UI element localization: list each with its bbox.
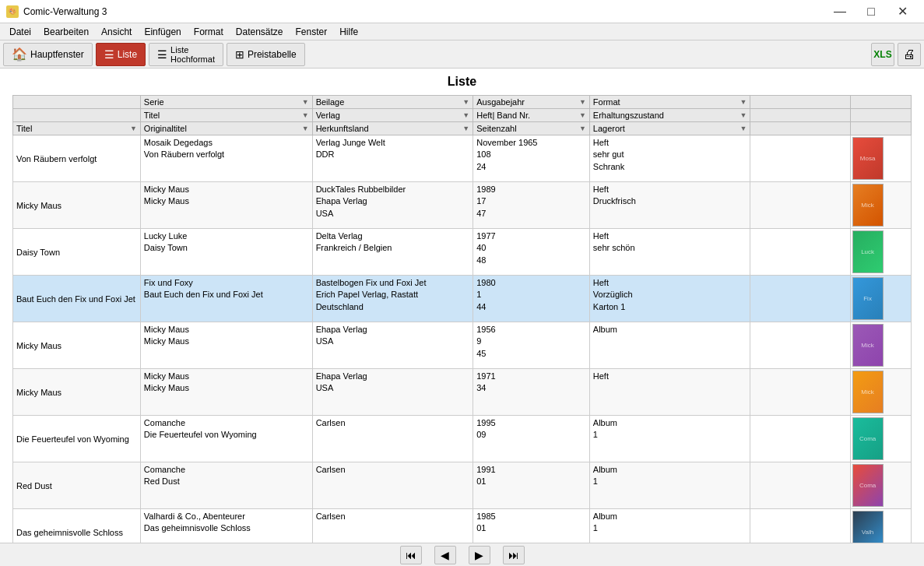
menu-ansicht[interactable]: Ansicht	[95, 25, 138, 39]
cell-verlag: Verlag Junge WeltDDR	[312, 135, 473, 182]
book-thumbnail: Mick	[852, 371, 884, 413]
toolbar-hauptfenster[interactable]: 🏠 Hauptfenster	[3, 43, 93, 66]
book-thumbnail: Coma	[852, 464, 884, 507]
window-controls: — □ ✕	[824, 0, 918, 23]
cell-empty1	[750, 462, 850, 509]
filter-serie[interactable]: Serie ▼	[144, 97, 309, 107]
filter-titel2[interactable]: Titel ▼	[144, 111, 309, 120]
cell-titel: Red Dust	[13, 462, 141, 509]
cell-empty1	[750, 322, 850, 369]
titlebar: 🎨 Comic-Verwaltung 3 — □ ✕	[0, 0, 924, 23]
cell-empty1	[750, 416, 850, 462]
cell-titel: Das geheimnisvolle Schloss	[13, 509, 141, 543]
cell-empty1	[750, 135, 850, 182]
filter-erhaltung[interactable]: Erhaltungszustand ▼	[593, 111, 747, 120]
cell-titel: Daisy Town	[13, 229, 141, 276]
cell-titel: Micky Maus	[13, 322, 141, 369]
menubar: Datei Bearbeiten Ansicht Einfügen Format…	[0, 23, 924, 40]
filter-verlag[interactable]: Verlag ▼	[316, 111, 470, 120]
filter-beilage[interactable]: Beilage ▼	[316, 97, 470, 107]
cell-thumbnail: Mosa	[850, 135, 911, 182]
menu-fenster[interactable]: Fenster	[290, 25, 334, 39]
table-row[interactable]: Micky MausMicky MausMicky MausEhapa Verl…	[13, 322, 912, 369]
cell-ausgabe: November 196510824	[473, 135, 590, 182]
table-row[interactable]: Daisy TownLucky LukeDaisy TownDelta Verl…	[13, 229, 912, 276]
prev-icon: ◀	[441, 549, 449, 561]
toolbar-liste-hochformat[interactable]: ☰ Liste Hochformat	[149, 43, 223, 66]
filter-format[interactable]: Format ▼	[593, 97, 747, 107]
main-table: Serie ▼ Beilage ▼ Ausgabejahr ▼	[12, 95, 912, 543]
next-icon: ▶	[475, 549, 483, 561]
close-button[interactable]: ✕	[887, 0, 918, 23]
nav-last-button[interactable]: ⏭	[503, 546, 525, 564]
table-body: Von Räubern verfolgtMosaik DegedagsVon R…	[13, 135, 912, 543]
filter-herkunftsland[interactable]: Herkunftsland ▼	[316, 124, 470, 133]
filter-titel-col[interactable]: Titel ▼	[16, 124, 137, 133]
nav-next-button[interactable]: ▶	[469, 546, 490, 564]
menu-datensaetze[interactable]: Datensätze	[230, 25, 290, 39]
maximize-button[interactable]: □	[855, 0, 887, 23]
print-button[interactable]: 🖨	[898, 43, 921, 66]
filter-heft-band[interactable]: Heft| Band Nr. ▼	[476, 111, 586, 120]
cell-empty1	[750, 182, 850, 229]
menu-datei[interactable]: Datei	[3, 25, 37, 39]
menu-bearbeiten[interactable]: Bearbeiten	[37, 25, 95, 39]
cell-ausgabe: 1980144	[473, 276, 590, 322]
table-row[interactable]: Von Räubern verfolgtMosaik DegedagsVon R…	[13, 135, 912, 182]
cell-empty1	[750, 509, 850, 543]
menu-hilfe[interactable]: Hilfe	[333, 25, 364, 39]
nav-prev-button[interactable]: ◀	[434, 546, 456, 564]
cell-serie: ComancheDie Feuerteufel von Wyoming	[140, 416, 312, 462]
filter-lagerort[interactable]: Lagerort ▼	[593, 124, 747, 133]
filter-row-1: Serie ▼ Beilage ▼ Ausgabejahr ▼	[13, 96, 912, 109]
table-row[interactable]: Micky MausMicky MausMicky MausEhapa Verl…	[13, 369, 912, 416]
minimize-button[interactable]: —	[824, 0, 855, 23]
cell-ausgabe: 19774048	[473, 229, 590, 276]
cell-verlag: Bastelbogen Fix und Foxi JetErich Papel …	[312, 276, 473, 322]
cell-ausgabe: 198501	[473, 509, 590, 543]
toolbar-liste[interactable]: ☰ Liste	[96, 43, 146, 66]
cell-serie: Micky MausMicky Maus	[140, 322, 312, 369]
table-row[interactable]: Baut Euch den Fix und Foxi JetFix und Fo…	[13, 276, 912, 322]
table-row[interactable]: Die Feuerteufel von WyomingComancheDie F…	[13, 416, 912, 462]
cell-thumbnail: Fix	[850, 276, 911, 322]
xls-icon: XLS	[873, 49, 891, 60]
cell-verlag: Ehapa VerlagUSA	[312, 369, 473, 416]
table-row[interactable]: Red DustComancheRed DustCarlsen199101Alb…	[13, 462, 912, 509]
cell-ausgabe: 199509	[473, 416, 590, 462]
filter-row-2: Titel ▼ Verlag ▼ Heft| Band Nr. ▼	[13, 109, 912, 122]
table-row[interactable]: Micky MausMicky MausMicky MausDuckTales …	[13, 182, 912, 229]
cell-serie: Lucky LukeDaisy Town	[140, 229, 312, 276]
cell-verlag: Ehapa VerlagUSA	[312, 322, 473, 369]
toolbar: 🏠 Hauptfenster ☰ Liste ☰ Liste Hochforma…	[0, 40, 924, 69]
cell-format: Heft	[589, 369, 750, 416]
app-icon: 🎨	[6, 5, 19, 18]
preistabelle-label: Preistabelle	[248, 49, 297, 60]
xls-button[interactable]: XLS	[871, 43, 894, 66]
cell-verlag: Delta VerlagFrankreich / Belgien	[312, 229, 473, 276]
filter-ausgabejahr[interactable]: Ausgabejahr ▼	[476, 97, 586, 107]
cell-serie: Fix und FoxyBaut Euch den Fix und Foxi J…	[140, 276, 312, 322]
cell-ausgabe: 199101	[473, 462, 590, 509]
cell-thumbnail: Mick	[850, 369, 911, 416]
filter-originaltitel[interactable]: Originaltitel ▼	[144, 124, 309, 133]
liste-hochformat-icon: ☰	[157, 48, 167, 61]
cell-serie: Micky MausMicky Maus	[140, 182, 312, 229]
menu-einfuegen[interactable]: Einfügen	[138, 25, 187, 39]
book-thumbnail: Mick	[852, 324, 884, 367]
book-thumbnail: Coma	[852, 417, 884, 460]
cell-thumbnail: Coma	[850, 416, 911, 462]
cell-verlag: DuckTales RubbelbilderEhapa VerlagUSA	[312, 182, 473, 229]
cell-titel: Die Feuerteufel von Wyoming	[13, 416, 141, 462]
cell-thumbnail: Mick	[850, 322, 911, 369]
toolbar-preistabelle[interactable]: ⊞ Preistabelle	[227, 43, 305, 66]
menu-format[interactable]: Format	[188, 25, 230, 39]
cell-format: Heftsehr schön	[589, 229, 750, 276]
table-row[interactable]: Das geheimnisvolle SchlossValhardi & Co.…	[13, 509, 912, 543]
filter-seitenzahl[interactable]: Seitenzahl ▼	[476, 124, 586, 133]
nav-first-button[interactable]: ⏮	[400, 546, 422, 564]
cell-serie: Micky MausMicky Maus	[140, 369, 312, 416]
cell-format: HeftDruckfrisch	[589, 182, 750, 229]
book-thumbnail: Fix	[852, 277, 884, 320]
cell-verlag: Carlsen	[312, 416, 473, 462]
